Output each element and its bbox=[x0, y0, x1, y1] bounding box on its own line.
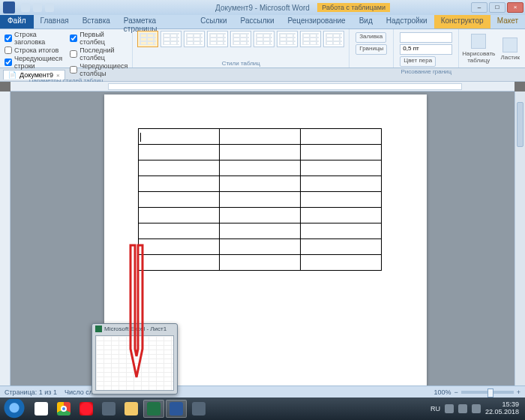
tray-sound-icon[interactable] bbox=[458, 404, 467, 413]
tab-references[interactable]: Ссылки bbox=[194, 15, 233, 28]
table-style-thumb[interactable] bbox=[277, 31, 298, 47]
taskbar-chrome[interactable] bbox=[53, 400, 74, 418]
minimize-button[interactable]: – bbox=[471, 2, 488, 13]
document-area bbox=[0, 92, 525, 398]
yandex-icon bbox=[34, 402, 48, 416]
quick-access-toolbar[interactable] bbox=[21, 3, 54, 12]
line-style-combo[interactable] bbox=[400, 32, 452, 43]
taskbar-word[interactable] bbox=[166, 400, 187, 418]
qat-save-icon[interactable] bbox=[21, 3, 30, 12]
scrollbar-thumb[interactable] bbox=[517, 102, 524, 147]
page-viewport[interactable] bbox=[10, 92, 525, 398]
window-controls: – □ × bbox=[471, 2, 524, 13]
window-title: Документ9 - Microsoft Word bbox=[215, 4, 310, 12]
ribbon-group-shading-borders: Заливка Границы bbox=[350, 29, 394, 68]
tray-clock[interactable]: 15:39 22.05.2018 bbox=[485, 401, 519, 416]
borders-button[interactable]: Границы bbox=[356, 44, 387, 55]
table-style-thumb[interactable] bbox=[137, 31, 158, 47]
taskbar-preview-excel[interactable]: Microsoft Excel - Лист1 bbox=[92, 323, 178, 394]
tab-design[interactable]: Конструктор bbox=[434, 15, 490, 28]
check-last-col[interactable]: Последний столбец bbox=[70, 46, 128, 62]
preview-thumbnail[interactable] bbox=[95, 335, 174, 391]
table-style-thumb[interactable] bbox=[207, 31, 228, 47]
ribbon-group-style-options: Строка заголовка Строка итогов Чередующи… bbox=[0, 29, 133, 68]
taskbar-app2[interactable] bbox=[188, 400, 209, 418]
document-table[interactable] bbox=[138, 128, 382, 271]
app-icon bbox=[3, 2, 15, 14]
table-style-thumb[interactable] bbox=[300, 31, 321, 47]
vertical-ruler[interactable] bbox=[0, 92, 10, 398]
close-button[interactable]: × bbox=[507, 2, 524, 13]
draw-table-button[interactable]: Нарисовать таблицу bbox=[464, 31, 494, 67]
tab-page-layout[interactable]: Разметка страницы bbox=[117, 15, 194, 28]
taskbar-yandex[interactable] bbox=[31, 400, 52, 418]
zoom-out-button[interactable]: − bbox=[454, 388, 458, 396]
opera-icon bbox=[80, 402, 93, 416]
tray-flag-icon[interactable] bbox=[472, 404, 481, 413]
ribbon-tabs: Файл Главная Вставка Разметка страницы С… bbox=[0, 15, 525, 29]
check-banded-rows[interactable]: Чередующиеся строки bbox=[4, 55, 62, 70]
table-style-thumb[interactable] bbox=[323, 31, 344, 47]
shading-button[interactable]: Заливка bbox=[356, 32, 386, 43]
app-icon bbox=[102, 402, 116, 416]
tab-mailings[interactable]: Рассылки bbox=[234, 15, 281, 28]
tab-view[interactable]: Вид bbox=[352, 15, 380, 28]
zoom-slider[interactable] bbox=[461, 391, 514, 394]
chrome-icon bbox=[57, 402, 70, 416]
table-style-thumb[interactable] bbox=[160, 31, 182, 47]
close-doc-icon[interactable]: × bbox=[56, 72, 60, 79]
horizontal-ruler[interactable] bbox=[10, 82, 514, 92]
line-weight-combo[interactable]: 0,5 пт bbox=[400, 44, 452, 55]
title-bar: Документ9 - Microsoft Word Работа с табл… bbox=[0, 0, 525, 15]
check-banded-cols[interactable]: Чередующиеся столбцы bbox=[70, 62, 128, 77]
excel-icon bbox=[147, 402, 160, 416]
group-label: Стили таблиц bbox=[137, 60, 344, 67]
zoom-controls: 100% − + bbox=[434, 388, 520, 396]
tab-home[interactable]: Главная bbox=[34, 15, 76, 28]
check-total-row[interactable]: Строка итогов bbox=[4, 46, 62, 54]
table-style-thumb[interactable] bbox=[230, 31, 251, 47]
taskbar-excel[interactable] bbox=[143, 400, 164, 418]
taskbar-opera[interactable] bbox=[76, 400, 97, 418]
document-tab[interactable]: 📄 Документ9 × bbox=[3, 70, 65, 80]
maximize-button[interactable]: □ bbox=[489, 2, 506, 13]
vertical-scrollbar[interactable] bbox=[514, 92, 525, 398]
group-label: Рисование границ bbox=[398, 68, 454, 75]
taskbar-app[interactable] bbox=[98, 400, 119, 418]
qat-undo-icon[interactable] bbox=[33, 3, 42, 12]
taskbar-explorer[interactable] bbox=[121, 400, 142, 418]
windows-taskbar: RU 15:39 22.05.2018 bbox=[0, 398, 525, 420]
tray-network-icon[interactable] bbox=[445, 404, 454, 413]
ribbon-group-tools: Нарисовать таблицу Ластик bbox=[459, 29, 525, 68]
start-button[interactable] bbox=[2, 399, 27, 418]
excel-icon bbox=[95, 326, 102, 332]
eraser-icon bbox=[502, 38, 518, 52]
folder-icon bbox=[124, 402, 138, 416]
tab-review[interactable]: Рецензирование bbox=[280, 15, 352, 28]
app-icon bbox=[192, 402, 206, 416]
pen-color-button[interactable]: Цвет пера bbox=[400, 56, 436, 67]
table-style-thumb[interactable] bbox=[184, 31, 205, 47]
word-doc-icon: 📄 bbox=[8, 71, 16, 79]
qat-redo-icon[interactable] bbox=[45, 3, 54, 12]
tab-insert[interactable]: Вставка bbox=[76, 15, 117, 28]
zoom-value[interactable]: 100% bbox=[434, 388, 451, 396]
ribbon: Строка заголовка Строка итогов Чередующи… bbox=[0, 29, 525, 68]
ribbon-group-draw-borders: 0,5 пт Цвет пера Рисование границ bbox=[394, 29, 459, 68]
check-first-col[interactable]: Первый столбец bbox=[70, 31, 128, 46]
check-header-row[interactable]: Строка заголовка bbox=[4, 31, 62, 46]
tab-addins[interactable]: Надстройки bbox=[380, 15, 434, 28]
status-page[interactable]: Страница: 1 из 1 bbox=[4, 388, 57, 396]
ribbon-group-table-styles: Стили таблиц bbox=[133, 29, 350, 68]
tray-lang[interactable]: RU bbox=[430, 405, 440, 412]
tab-layout[interactable]: Макет bbox=[490, 15, 525, 28]
pencil-icon bbox=[471, 34, 486, 49]
zoom-in-button[interactable]: + bbox=[517, 388, 520, 396]
table-style-thumb[interactable] bbox=[254, 31, 274, 47]
tab-file[interactable]: Файл bbox=[0, 15, 34, 28]
status-bar: Страница: 1 из 1 Число слов: 0 100% − + bbox=[0, 386, 525, 398]
word-icon bbox=[170, 402, 183, 416]
table-style-gallery[interactable] bbox=[137, 31, 344, 47]
system-tray: RU 15:39 22.05.2018 bbox=[430, 401, 524, 416]
eraser-button[interactable]: Ластик bbox=[495, 31, 525, 67]
